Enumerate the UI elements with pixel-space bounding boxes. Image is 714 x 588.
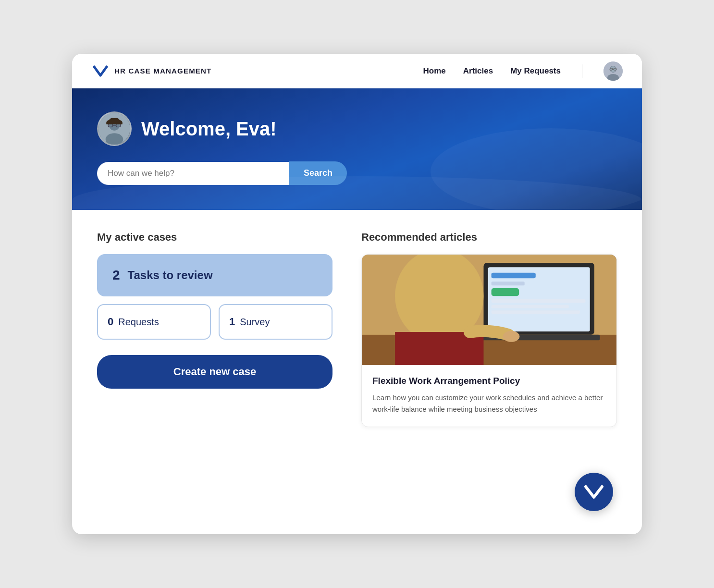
active-cases-title: My active cases [97,231,332,244]
welcome-heading: Welcome, Eva! [141,118,277,140]
search-button[interactable]: Search [289,161,347,185]
right-column: Recommended articles [361,231,617,427]
header: HR CASE MANAGEMENT Home Articles My Requ… [72,54,642,88]
svg-point-10 [106,133,123,146]
tasks-number: 2 [112,268,120,283]
logo-icon [91,62,110,80]
search-input-wrapper [97,162,289,185]
search-input[interactable] [108,169,279,178]
tasks-label: Tasks to review [128,269,213,282]
nav-home[interactable]: Home [423,66,446,76]
header-brand-text: HR CASE MANAGEMENT [114,67,211,75]
tasks-card[interactable]: 2 Tasks to review [97,254,332,296]
surveys-number: 1 [229,316,235,328]
surveys-card[interactable]: 1 Survey [219,304,332,340]
article-title: Flexible Work Arrangement Policy [372,376,606,386]
svg-point-0 [91,62,110,80]
header-avatar[interactable] [603,61,623,81]
article-image [362,255,616,365]
left-column: My active cases 2 Tasks to review 0 Requ… [97,231,332,427]
svg-rect-19 [492,282,525,285]
article-description: Learn how you can customize your work sc… [372,392,606,415]
svg-rect-18 [492,273,536,279]
svg-rect-21 [492,299,586,303]
svg-rect-22 [492,305,569,308]
hero-user-row: Welcome, Eva! [97,111,617,146]
header-nav: Home Articles My Requests [423,61,623,81]
svg-rect-20 [492,288,519,296]
small-cards-row: 0 Requests 1 Survey [97,304,332,340]
header-divider [582,64,582,78]
search-row: Search [97,161,347,185]
article-body: Flexible Work Arrangement Policy Learn h… [362,365,616,427]
hero-avatar [97,111,132,146]
header-logo: HR CASE MANAGEMENT [91,62,423,80]
surveys-label: Survey [240,317,270,328]
requests-label: Requests [118,317,159,328]
recommended-articles-title: Recommended articles [361,231,617,244]
fab-button[interactable] [575,473,613,511]
hero-section: Welcome, Eva! Search [72,88,642,210]
create-new-case-button[interactable]: Create new case [97,355,332,389]
svg-rect-23 [492,310,580,314]
nav-articles[interactable]: Articles [463,66,493,76]
app-window: HR CASE MANAGEMENT Home Articles My Requ… [72,54,642,534]
nav-my-requests[interactable]: My Requests [510,66,561,76]
article-card[interactable]: Flexible Work Arrangement Policy Learn h… [361,254,617,427]
main-content: My active cases 2 Tasks to review 0 Requ… [72,210,642,448]
requests-number: 0 [108,316,113,328]
svg-point-27 [503,331,520,342]
requests-card[interactable]: 0 Requests [97,304,211,340]
